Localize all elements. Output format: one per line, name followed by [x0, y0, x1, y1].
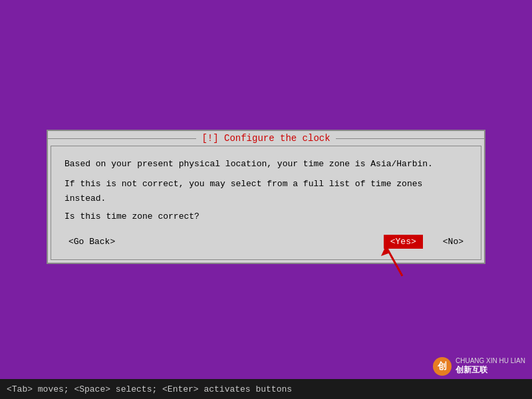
dialog-title: [!] Configure the clock	[201, 133, 330, 144]
title-line-right	[336, 138, 484, 139]
dialog-buttons: <Go Back> <Yes> <No>	[65, 232, 467, 249]
watermark-text: CHUANG XIN HU LIAN 创新互联	[456, 356, 525, 376]
yes-button[interactable]: <Yes>	[384, 235, 423, 249]
status-bar: <Tab> moves; <Space> selects; <Enter> ac…	[0, 379, 532, 399]
watermark-line1: CHUANG XIN HU LIAN	[456, 356, 525, 365]
dialog-text-1: Based on your present physical location,…	[65, 157, 467, 172]
dialog-question: Is this time zone correct?	[65, 211, 467, 221]
watermark: 创 CHUANG XIN HU LIAN 创新互联	[433, 356, 525, 376]
dialog-box: [!] Configure the clock Based on your pr…	[47, 130, 485, 264]
title-line-left	[48, 138, 196, 139]
dialog-body: Based on your present physical location,…	[51, 146, 481, 260]
watermark-line2: 创新互联	[456, 365, 525, 376]
watermark-logo-icon: 创	[438, 360, 447, 372]
dialog-text-2: If this is not correct, you may select f…	[65, 177, 467, 206]
dialog-title-bar: [!] Configure the clock	[48, 131, 484, 146]
watermark-logo: 创	[433, 357, 452, 376]
desktop: [!] Configure the clock Based on your pr…	[0, 0, 532, 399]
status-text: <Tab> moves; <Space> selects; <Enter> ac…	[7, 384, 292, 394]
go-back-button[interactable]: <Go Back>	[65, 235, 119, 248]
no-button[interactable]: <No>	[439, 235, 467, 248]
